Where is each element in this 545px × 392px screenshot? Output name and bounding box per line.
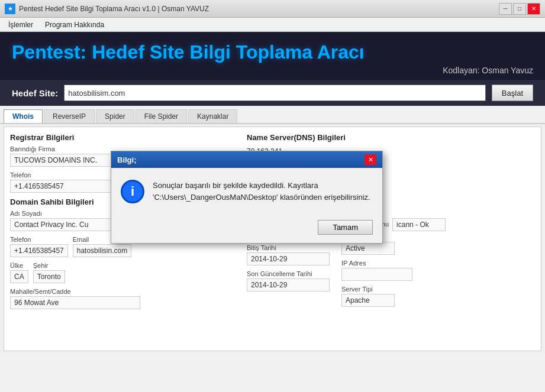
dialog-message: Sonuçlar başarılı bir şekilde kaydedildi…: [153, 180, 370, 203]
ulke-group: Ülke CA: [10, 262, 28, 283]
menu-bar: İşlemler Program Hakkında: [0, 18, 545, 32]
guncelleme-value: 2014-10-29: [247, 278, 330, 291]
mahalle-label: Mahalle/Semt/Cadde: [10, 288, 235, 295]
restore-button[interactable]: □: [513, 3, 526, 15]
hedef-site-label: Hedef Site:: [12, 88, 58, 98]
close-button[interactable]: ✕: [527, 3, 540, 15]
dialog-title: Bilgi;: [117, 155, 137, 164]
telefon-owner-value: +1.4165385457: [10, 244, 68, 257]
guncelleme-label: Son Güncelleme Tarihi: [247, 270, 330, 277]
window-title: Pentest Hedef Site Bilgi Toplama Aracı v…: [19, 5, 209, 13]
minimize-button[interactable]: ─: [499, 3, 512, 15]
title-bar: ★ Pentest Hedef Site Bilgi Toplama Aracı…: [0, 0, 545, 18]
title-bar-left: ★ Pentest Hedef Site Bilgi Toplama Aracı…: [5, 4, 209, 14]
server-value: Apache: [341, 294, 395, 307]
url-bar: Hedef Site: Başlat: [0, 80, 545, 106]
site-durum-value: Active: [341, 242, 395, 255]
hero-header: Pentest: Hedef Site Bilgi Toplama Aracı …: [0, 32, 545, 80]
dialog-ok-button[interactable]: Tamam: [318, 220, 373, 235]
hero-title: Pentest: Hedef Site Bilgi Toplama Aracı: [12, 41, 533, 63]
guncelleme-group: Son Güncelleme Tarihi 2014-10-29: [247, 270, 330, 291]
sehir-group: Şehir Toronto: [33, 262, 65, 283]
tab-kaynaklar[interactable]: Kaynaklar: [188, 109, 237, 123]
baslat-button[interactable]: Başlat: [492, 85, 533, 101]
app-icon: ★: [5, 4, 15, 14]
menu-program-hakkinda[interactable]: Program Hakkında: [39, 20, 110, 30]
server-group: Server Tipi Apache: [341, 286, 446, 307]
tab-whois[interactable]: Whois: [4, 109, 43, 123]
ip-value: [341, 268, 412, 281]
dialog-close-button[interactable]: ✕: [365, 154, 376, 165]
mahalle-value: 96 Mowat Ave: [10, 296, 140, 309]
server-label: Server Tipi: [341, 286, 446, 293]
bitis-group: Bitiş Tarihi 2014-10-29: [247, 244, 330, 265]
dialog-footer: Tamam: [111, 215, 382, 243]
ip-label: IP Adres: [341, 260, 446, 267]
main-content: Registrar Bilgileri Barındığı Firma TUCO…: [4, 127, 541, 351]
tab-reverseip[interactable]: ReverseIP: [44, 109, 95, 123]
mahalle-group: Mahalle/Semt/Cadde 96 Mowat Ave: [10, 288, 235, 309]
telefon-owner-label: Telefon: [10, 236, 68, 243]
ns-section-title: Name Server(DNS) Bilgileri: [247, 133, 535, 142]
telefon-owner-group: Telefon +1.4165385457: [10, 236, 68, 257]
tabs-bar: Whois ReverseIP Spider File Spider Kayna…: [0, 106, 545, 124]
email-owner-value: hatosbilisin.com: [73, 244, 131, 257]
menu-islemler[interactable]: İşlemler: [2, 20, 39, 30]
ulke-value: CA: [10, 270, 28, 283]
domain-durum-value: icann - Ok: [392, 218, 446, 231]
tab-spider[interactable]: Spider: [96, 109, 134, 123]
sehir-value: Toronto: [33, 270, 65, 283]
ulke-label: Ülke: [10, 262, 28, 269]
ip-group: IP Adres: [341, 260, 446, 281]
dialog-body: i Sonuçlar başarılı bir şekilde kaydedil…: [111, 168, 382, 215]
window-controls: ─ □ ✕: [499, 3, 540, 15]
hero-subtitle: Kodlayan: Osman Yavuz: [12, 66, 533, 75]
bitis-value: 2014-10-29: [247, 252, 330, 265]
dialog-info-icon: i: [121, 180, 144, 203]
hedef-site-input[interactable]: [64, 85, 486, 101]
dialog-message-line1: Sonuçlar başarılı bir şekilde kaydedildi…: [153, 181, 318, 190]
info-dialog: Bilgi; ✕ i Sonuçlar başarılı bir şekilde…: [111, 151, 383, 244]
bitis-label: Bitiş Tarihi: [247, 244, 330, 251]
dialog-titlebar: Bilgi; ✕: [111, 151, 382, 168]
dialog-message-line2: 'C:\Users\_DangerOusMaN\Desktop' klasörü…: [153, 193, 370, 202]
sehir-label: Şehir: [33, 262, 65, 269]
registrar-section-title: Registrar Bilgileri: [10, 133, 235, 142]
ulke-sehir-row: Ülke CA Şehir Toronto: [10, 262, 235, 288]
tab-filespider[interactable]: File Spider: [136, 109, 187, 123]
